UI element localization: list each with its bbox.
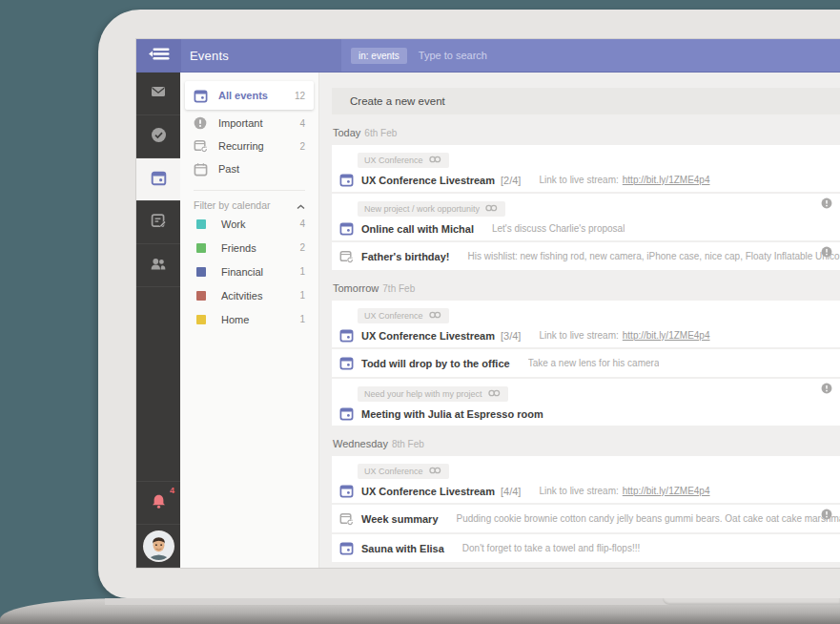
filter-by-calendar-header[interactable]: Filter by calendar <box>180 198 318 212</box>
menu-toggle-button[interactable] <box>136 39 181 72</box>
event-title-row: UX Conference Livestream[2/4]Link to liv… <box>332 168 840 192</box>
event-title-row: Sauna with ElisaDon't forget to take a t… <box>332 534 840 562</box>
calendar-filter-home[interactable]: Home1 <box>180 307 318 331</box>
group-title: Today <box>333 127 360 138</box>
calendar-count: 1 <box>299 314 305 324</box>
search-input[interactable]: Type to search <box>419 50 487 61</box>
event-title-row: Todd will drop by to the officeTake a ne… <box>332 349 840 377</box>
avatar <box>145 532 173 560</box>
calendar-color-swatch <box>196 267 206 277</box>
recurring-calendar-icon <box>339 511 354 527</box>
calendar-color-swatch <box>196 243 206 253</box>
calendar-filter-work[interactable]: Work4 <box>180 212 318 236</box>
rail-item-events[interactable] <box>136 158 180 201</box>
event-title-row: UX Conference Livestream[3/4]Link to liv… <box>332 323 840 347</box>
event-title: UX Conference Livestream <box>361 175 495 186</box>
nav-item-count: 12 <box>295 91 305 101</box>
event-session-count: [4/4] <box>501 486 521 497</box>
nav-item-label: All events <box>218 90 295 101</box>
event-tag-label: UX Conference <box>364 467 423 476</box>
calendar-icon <box>339 356 354 370</box>
rail-item-contacts[interactable] <box>136 244 180 287</box>
event-title: Todd will drop by to the office <box>361 358 510 369</box>
event-title: Sauna with Elisa <box>361 543 444 554</box>
calendar-color-swatch <box>196 219 206 229</box>
important-indicator-icon <box>821 509 832 520</box>
create-event-input[interactable]: Create a new event <box>332 88 840 114</box>
filter-header-label: Filter by calendar <box>194 199 297 211</box>
page-title: Events <box>181 39 329 72</box>
rail-item-notes[interactable] <box>136 201 180 244</box>
nav-item-important[interactable]: Important4 <box>180 112 318 135</box>
calendar-icon <box>339 484 354 498</box>
past-icon <box>194 162 208 177</box>
event-card[interactable]: New project / work opportunityOnline cal… <box>332 194 840 240</box>
calendar-filter-friends[interactable]: Friends2 <box>180 236 318 260</box>
event-list-area: Create a new event Today6th FebUX Confer… <box>319 73 840 568</box>
rail-item-profile[interactable] <box>136 525 180 568</box>
nav-item-recurring[interactable]: Recurring2 <box>180 135 318 157</box>
event-description: Let's discuss Charlie's proposal <box>492 223 625 234</box>
group-header: Tomorrow7th Feb <box>333 282 840 294</box>
calendar-filter-financial[interactable]: Financial1 <box>180 260 318 283</box>
event-title: Father's birthday! <box>361 251 449 262</box>
rail-item-mail[interactable] <box>136 73 180 115</box>
event-card[interactable]: UX ConferenceUX Conference Livestream[2/… <box>332 145 840 192</box>
event-card[interactable]: Need your help with my projectMeeting wi… <box>332 379 840 426</box>
event-tag-label: New project / work opportunity <box>364 204 480 214</box>
rail-item-tasks[interactable] <box>136 115 180 158</box>
nav-item-past[interactable]: Past <box>180 157 318 180</box>
event-card[interactable]: Father's birthday!His wishlist: new fish… <box>332 242 840 270</box>
calendar-icon <box>339 173 354 187</box>
app-window: Events in: events Type to search <box>136 39 840 568</box>
mail-icon <box>151 84 166 103</box>
nav-item-label: Recurring <box>218 140 299 152</box>
calendar-count: 1 <box>299 266 305 277</box>
event-description: Link to live stream: <box>539 486 618 496</box>
event-card[interactable]: UX ConferenceUX Conference Livestream[4/… <box>332 456 840 503</box>
event-tag-chip[interactable]: UX Conference <box>358 464 449 479</box>
event-tag-chip[interactable]: Need your help with my project <box>358 386 508 402</box>
event-tag-row: Need your help with my project <box>358 384 840 402</box>
group-date: 6th Feb <box>364 128 397 138</box>
link-icon <box>428 467 442 476</box>
rail-spacer <box>136 287 180 481</box>
events-nav-panel: All events12Important4Recurring2Past Fil… <box>180 73 319 568</box>
event-tag-row: UX Conference <box>358 150 840 168</box>
calendar-label: Acitvities <box>221 290 299 302</box>
link-icon <box>484 204 499 214</box>
event-title-row: Online call with MichalLet's discuss Cha… <box>332 217 840 240</box>
event-card[interactable]: Todd will drop by to the officeTake a ne… <box>332 349 840 377</box>
event-description: Link to live stream: <box>539 330 618 341</box>
event-groups: Today6th FebUX ConferenceUX Conference L… <box>332 127 840 568</box>
event-link[interactable]: http://bit.ly/1ZME4p4 <box>623 330 710 341</box>
event-card[interactable]: Sauna with ElisaDon't forget to take a t… <box>332 534 840 562</box>
event-title: Meeting with Julia at Espresso room <box>361 408 543 420</box>
event-card[interactable]: Week summaryPudding cookie brownie cotto… <box>332 505 840 532</box>
calendar-icon <box>339 541 354 555</box>
notification-badge: 4 <box>170 486 174 495</box>
calendar-label: Friends <box>221 242 299 254</box>
calendar-icon <box>194 89 208 103</box>
search-bar[interactable]: in: events Type to search <box>341 39 840 72</box>
nav-item-all-events[interactable]: All events12 <box>185 81 314 110</box>
laptop-thumb-notch <box>663 598 840 605</box>
rail-item-notifications[interactable]: 4 <box>136 481 180 525</box>
event-tag-chip[interactable]: New project / work opportunity <box>358 201 505 217</box>
search-scope-chip[interactable]: in: events <box>351 48 407 64</box>
recurring-calendar-icon <box>339 249 354 264</box>
important-icon <box>194 116 208 130</box>
icon-rail: 4 <box>136 73 180 568</box>
event-link[interactable]: http://bit.ly/1ZME4p4 <box>623 175 710 185</box>
event-tag-chip[interactable]: UX Conference <box>358 153 449 168</box>
calendar-filter-acitvities[interactable]: Acitvities1 <box>180 283 318 307</box>
nav-item-count: 4 <box>299 118 305 129</box>
link-icon <box>428 311 442 321</box>
event-session-count: [3/4] <box>501 330 521 342</box>
event-tag-chip[interactable]: UX Conference <box>358 308 449 323</box>
event-tag-label: UX Conference <box>364 311 423 321</box>
link-icon <box>428 156 442 165</box>
event-link[interactable]: http://bit.ly/1ZME4p4 <box>623 486 710 496</box>
calendar-count: 4 <box>299 218 305 229</box>
event-card[interactable]: UX ConferenceUX Conference Livestream[3/… <box>332 301 840 347</box>
